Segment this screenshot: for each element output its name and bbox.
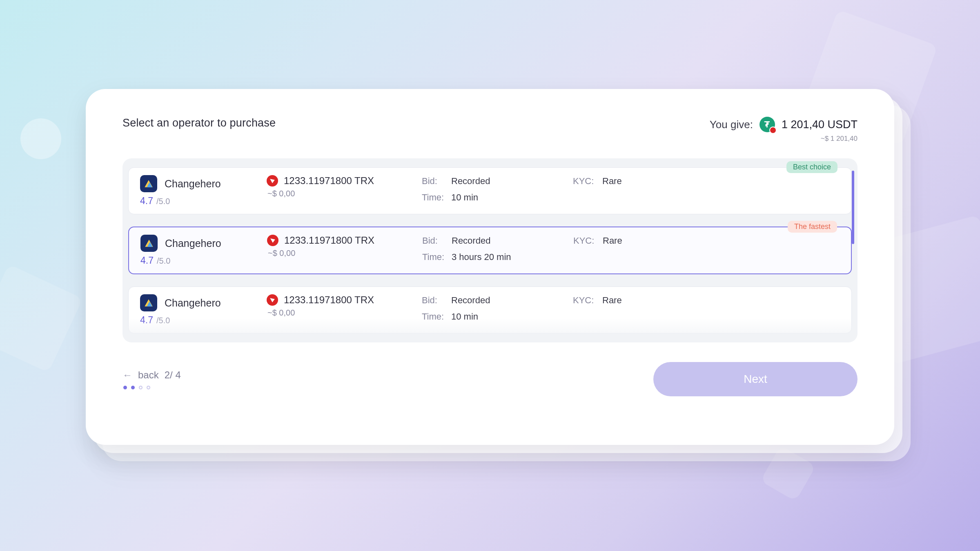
you-give-amount: 1 201,40 USDT [782,118,858,131]
step-dots [123,386,181,389]
operator-rating: 4.7/5.0 [140,315,263,326]
page-title: Select an operator to purchase [122,117,276,129]
operator-logo-icon [140,235,158,252]
time-label: Time: [422,192,446,203]
receive-approx: ~$ 0,00 [267,308,418,318]
kyc-value: Rare [602,295,622,306]
footer: ← back 2/ 4 Next [122,362,858,396]
time-label: Time: [422,252,447,262]
receive-approx: ~$ 0,00 [268,249,418,258]
arrow-left-icon: ← [122,369,132,381]
time-value: 10 min [451,192,478,203]
time-value: 10 min [451,311,478,322]
receive-amount: 1233.11971800 TRX [284,235,374,246]
kyc-value: Rare [602,176,622,187]
kyc-label: KYC: [573,295,597,306]
you-give-summary: You give: ₮ 1 201,40 USDT ~$ 1 201,40 [710,117,858,143]
kyc-label: KYC: [573,236,598,246]
bid-label: Bid: [422,236,447,246]
time-label: Time: [422,311,446,322]
best-choice-badge: Best choice [786,161,837,173]
operator-name: Changehero [165,297,221,309]
main-card: Select an operator to purchase You give:… [86,89,894,445]
receive-approx: ~$ 0,00 [267,189,418,198]
operator-list: Best choice Changehero 4.7/5.0 1233.1197… [122,158,858,342]
kyc-label: KYC: [573,176,597,187]
time-value: 3 hours 20 min [452,252,511,262]
operator-rating: 4.7/5.0 [140,196,263,207]
bid-value: Recorded [452,236,490,246]
step-indicator: 2/ 4 [165,369,181,381]
operator-name: Changehero [165,178,221,190]
trx-icon [267,235,278,246]
you-give-approx: ~$ 1 201,40 [710,135,858,143]
receive-amount: 1233.11971800 TRX [284,175,374,187]
operator-row[interactable]: The fastest Changehero 4.7/5.0 1233.1197… [128,227,852,274]
bid-label: Bid: [422,176,446,187]
bid-label: Bid: [422,295,446,306]
trx-icon [267,294,278,306]
operator-logo-icon [140,294,157,311]
next-button[interactable]: Next [653,362,858,396]
bid-value: Recorded [451,176,490,187]
header: Select an operator to purchase You give:… [122,117,858,143]
trx-icon [267,175,278,187]
operator-rating: 4.7/5.0 [140,255,263,266]
usdt-icon: ₮ [760,117,775,132]
fastest-badge: The fastest [788,221,837,233]
operator-logo-icon [140,175,157,192]
operator-row[interactable]: Best choice Changehero 4.7/5.0 1233.1197… [128,167,852,214]
operator-name: Changehero [165,238,221,249]
back-label: back [138,369,159,381]
bid-value: Recorded [451,295,490,306]
scrollbar[interactable] [852,171,854,244]
receive-amount: 1233.11971800 TRX [284,294,374,306]
you-give-label: You give: [710,118,753,131]
back-button[interactable]: ← back 2/ 4 [122,369,181,381]
card-stack: Select an operator to purchase You give:… [86,89,894,445]
kyc-value: Rare [603,236,622,246]
operator-row[interactable]: Changehero 4.7/5.0 1233.11971800 TRX ~$ … [128,287,852,333]
